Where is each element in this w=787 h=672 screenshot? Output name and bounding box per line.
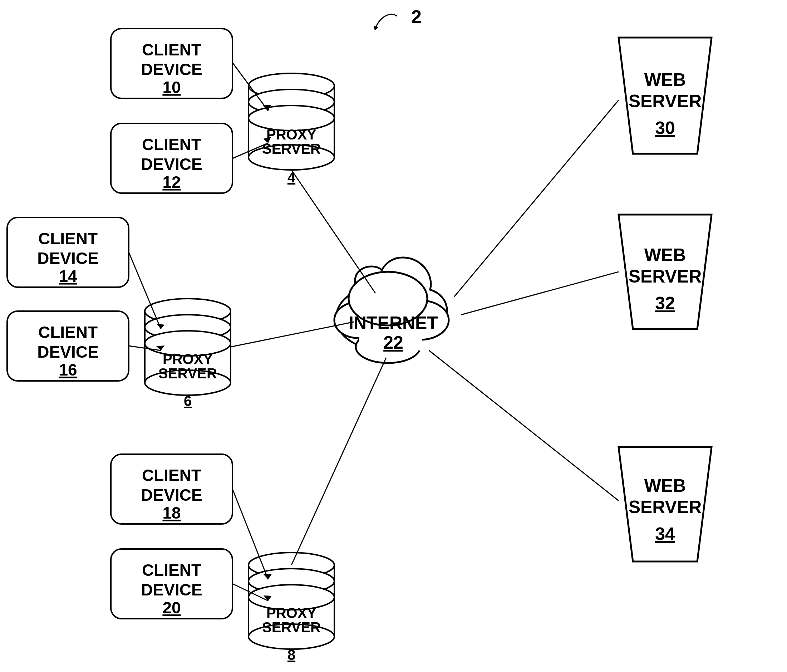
svg-text:10: 10 <box>162 78 180 96</box>
svg-text:6: 6 <box>184 393 192 409</box>
svg-text:WEB: WEB <box>644 70 686 90</box>
svg-text:SERVER: SERVER <box>262 620 321 635</box>
svg-text:22: 22 <box>383 333 403 353</box>
svg-text:34: 34 <box>655 524 675 544</box>
svg-text:CLIENT: CLIENT <box>142 561 201 579</box>
svg-text:SERVER: SERVER <box>262 141 321 157</box>
svg-text:CLIENT: CLIENT <box>142 135 201 154</box>
svg-text:DEVICE: DEVICE <box>141 580 202 599</box>
network-diagram: 2 CLIENT DEVICE 10 CLIENT DEVICE 12 CLIE… <box>0 0 787 672</box>
svg-text:DEVICE: DEVICE <box>141 60 202 79</box>
svg-text:PROXY: PROXY <box>163 351 213 367</box>
svg-text:14: 14 <box>58 267 77 285</box>
svg-text:DEVICE: DEVICE <box>37 249 98 267</box>
svg-text:DEVICE: DEVICE <box>141 155 202 174</box>
svg-text:DEVICE: DEVICE <box>37 343 98 361</box>
svg-text:2: 2 <box>411 6 422 27</box>
svg-text:CLIENT: CLIENT <box>142 466 201 485</box>
svg-text:INTERNET: INTERNET <box>349 313 438 333</box>
svg-text:4: 4 <box>288 169 296 185</box>
svg-text:PROXY: PROXY <box>266 126 316 142</box>
svg-text:16: 16 <box>58 361 77 379</box>
svg-text:SERVER: SERVER <box>629 91 702 111</box>
svg-text:CLIENT: CLIENT <box>38 229 98 248</box>
svg-text:CLIENT: CLIENT <box>38 323 98 342</box>
svg-text:CLIENT: CLIENT <box>142 40 201 59</box>
svg-text:SERVER: SERVER <box>158 365 217 381</box>
svg-text:12: 12 <box>162 173 180 191</box>
svg-text:WEB: WEB <box>644 476 686 496</box>
svg-text:8: 8 <box>288 647 296 663</box>
svg-text:SERVER: SERVER <box>629 497 702 517</box>
svg-text:PROXY: PROXY <box>266 605 316 621</box>
svg-text:DEVICE: DEVICE <box>141 486 202 504</box>
svg-text:20: 20 <box>162 598 180 617</box>
svg-text:18: 18 <box>162 504 180 522</box>
svg-text:WEB: WEB <box>644 245 686 265</box>
svg-text:30: 30 <box>655 118 675 138</box>
svg-text:SERVER: SERVER <box>629 266 702 286</box>
svg-text:32: 32 <box>655 293 675 313</box>
